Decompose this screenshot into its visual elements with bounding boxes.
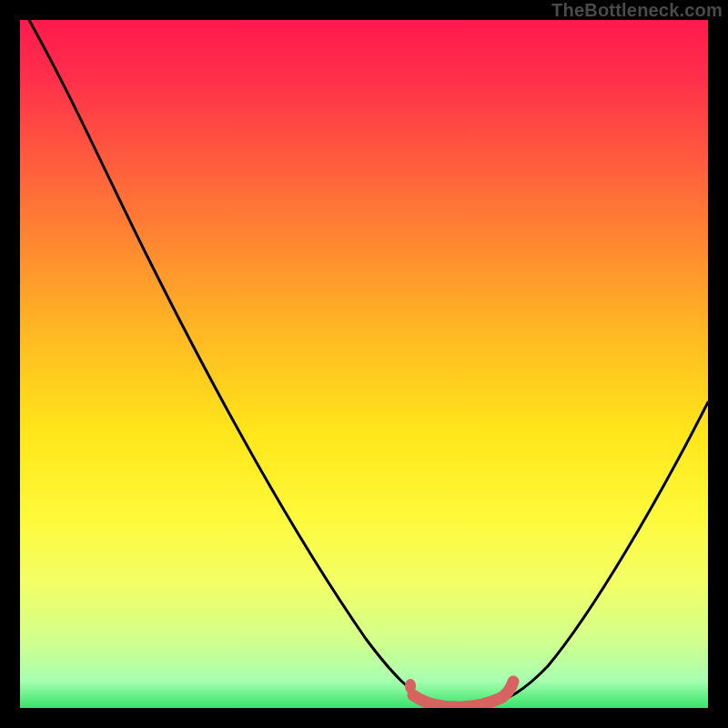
bottleneck-curve [20, 20, 708, 708]
highlight-dot [405, 679, 416, 693]
chart-stage: TheBottleneck.com [0, 0, 728, 728]
watermark-text: TheBottleneck.com [551, 0, 723, 21]
curve-path [29, 20, 708, 706]
highlight-segment [413, 682, 513, 707]
plot-area [20, 20, 708, 708]
